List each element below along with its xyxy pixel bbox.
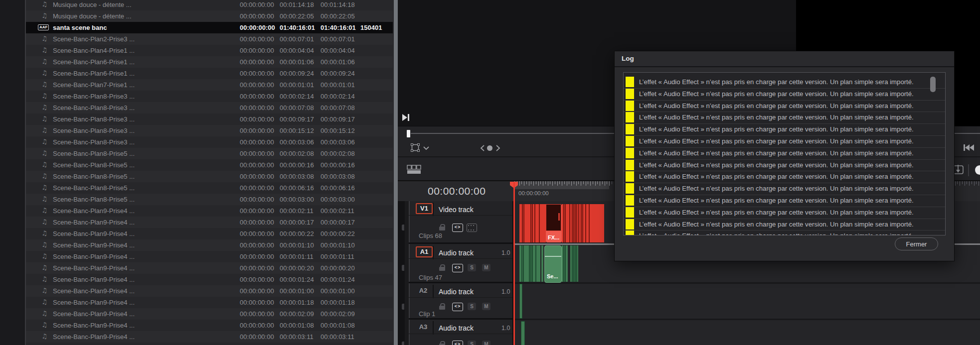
auto-select-icon[interactable]: <>: [452, 303, 463, 311]
clip-label: FX...: [546, 234, 559, 240]
ruler-tick: [559, 181, 560, 184]
media-list-row[interactable]: ♫Scene-Banc-Plan9-Prise4 ...00:00:00:000…: [26, 228, 393, 239]
media-list-row[interactable]: AAFsanta scene banc00:00:00:0001:40:16:0…: [26, 22, 393, 33]
solo-button[interactable]: S: [468, 264, 476, 271]
track-name[interactable]: Audio track: [439, 288, 474, 296]
clip-name: Scene-Banc-Plan9-Prise4 ...: [53, 287, 135, 295]
clip-name: Scene-Banc-Plan9-Prise4 ...: [53, 299, 135, 306]
video-clip[interactable]: [519, 204, 546, 242]
media-list-row[interactable]: ♫Scene-Banc-Plan8-Prise5 ...00:00:00:000…: [26, 171, 393, 182]
media-list-row[interactable]: ♫Scene-Banc-Plan4-Prise1 ...00:00:00:000…: [26, 45, 393, 56]
media-list-row[interactable]: ♫Scene-Banc-Plan7-Prise1 ...00:00:00:000…: [26, 79, 393, 91]
clip-duration: 00:00:06:16: [280, 184, 314, 192]
ruler-tick: [967, 181, 967, 184]
media-list-row[interactable]: ♫Musique douce - détente ...00:00:00:000…: [26, 10, 393, 22]
solo-button[interactable]: S: [468, 303, 476, 310]
media-list-row[interactable]: ♫Scene-Banc-Plan9-Prise4 ...00:00:00:000…: [26, 274, 393, 285]
track-id-a3[interactable]: A3: [416, 323, 431, 332]
log-dialog-title: Log: [622, 55, 634, 62]
media-list-scrollbar[interactable]: [394, 0, 398, 345]
clip-duration: 00:00:01:11: [280, 253, 314, 260]
log-scrollbar-thumb[interactable]: [930, 77, 936, 92]
audio-clip[interactable]: [541, 245, 543, 282]
audio-clip[interactable]: [570, 245, 578, 282]
media-list-row[interactable]: ♫Scene-Banc-Plan8-Prise5 ...00:00:00:000…: [26, 159, 393, 171]
track-id-v1[interactable]: V1: [416, 203, 433, 214]
track-id-a2[interactable]: A2: [416, 286, 431, 295]
record-dot-icon[interactable]: [487, 145, 492, 151]
transport-prev-icon[interactable]: [480, 145, 486, 151]
media-list-row[interactable]: ♫Scene-Banc-Plan9-Prise4 ...00:00:00:000…: [26, 217, 393, 228]
media-list-row[interactable]: ♫Scene-Banc-Plan9-Prise4 ...00:00:00:000…: [26, 205, 393, 217]
skip-back-icon[interactable]: [963, 144, 975, 151]
mute-button[interactable]: M: [482, 303, 490, 310]
media-list-row[interactable]: ♫Scene-Banc-Plan9-Prise4 ...00:00:00:000…: [26, 331, 393, 343]
filmstrip-icon[interactable]: [467, 224, 477, 232]
clip-name: Scene-Banc-Plan8-Prise5 ...: [53, 196, 135, 203]
video-clip[interactable]: [562, 204, 604, 242]
lock-icon[interactable]: [439, 224, 445, 231]
media-list-row[interactable]: ♫Scene-Banc-Plan9-Prise4 ...00:00:00:000…: [26, 239, 393, 251]
music-note-icon: ♫: [39, 104, 50, 111]
media-list-row[interactable]: ♫Scene-Banc-Plan9-Prise4 ...00:00:00:000…: [26, 251, 393, 262]
ruler-tick: [593, 181, 593, 184]
lock-icon[interactable]: [439, 264, 445, 271]
clip-start-timecode: 00:00:00:00: [240, 70, 274, 77]
audio-clip[interactable]: [519, 245, 540, 282]
mute-button[interactable]: M: [482, 264, 490, 271]
marquee-select-tool-icon[interactable]: [411, 143, 420, 152]
clip-end-timecode: 00:00:03:11: [321, 333, 354, 341]
chevron-down-icon[interactable]: [423, 146, 430, 150]
video-clip-fx[interactable]: FX...: [546, 204, 562, 242]
log-message: L’effet « Audio Effect » n’est pas pris …: [639, 102, 914, 110]
audio-clip[interactable]: [562, 245, 568, 282]
media-list-row[interactable]: ♫Scene-Banc-Plan8-Prise3 ...00:00:00:000…: [26, 114, 393, 125]
music-note-icon: ♫: [39, 172, 50, 180]
audio-clip[interactable]: [519, 284, 522, 319]
track-name[interactable]: Video track: [439, 206, 474, 214]
music-note-icon: ♫: [39, 184, 50, 191]
lock-icon[interactable]: [439, 303, 445, 310]
media-list-row[interactable]: ♫Scene-Banc-Plan8-Prise3 ...00:00:00:000…: [26, 102, 393, 114]
log-row: L’effet « Audio Effect » n’est pas pris …: [624, 207, 945, 219]
auto-select-icon[interactable]: <>: [452, 264, 463, 272]
playhead[interactable]: [513, 182, 515, 345]
timeline-zoom-slider-handle[interactable]: [407, 130, 410, 137]
skip-to-end-icon[interactable]: [402, 114, 411, 121]
media-list-row[interactable]: ♫Scene-Banc-Plan8-Prise3 ...00:00:00:000…: [26, 91, 393, 102]
close-button[interactable]: Fermer: [895, 237, 938, 250]
music-note-icon: ♫: [39, 310, 50, 317]
media-list-row[interactable]: ♫Scene-Banc-Plan8-Prise5 ...00:00:00:000…: [26, 148, 393, 159]
transport-next-icon[interactable]: [495, 145, 501, 151]
track-name[interactable]: Audio track: [439, 324, 474, 332]
auto-select-icon[interactable]: <>: [452, 224, 463, 232]
media-list-row[interactable]: ♫Scene-Banc-Plan9-Prise4 ...00:00:00:000…: [26, 297, 393, 308]
media-list-row[interactable]: ♫Scene-Banc-Plan6-Prise1 ...00:00:00:000…: [26, 56, 393, 68]
media-list-row[interactable]: ♫Scene-Banc-Plan8-Prise3 ...00:00:00:000…: [26, 136, 393, 148]
media-list-row[interactable]: ♫Musique douce - détente ...00:00:00:000…: [26, 0, 393, 10]
audio-clip-selected[interactable]: Se...: [544, 245, 562, 283]
volume-automation-line[interactable]: [545, 256, 561, 257]
media-list-row[interactable]: ♫Scene-Banc-Plan8-Prise3 ...00:00:00:000…: [26, 125, 393, 136]
lock-icon[interactable]: [439, 341, 445, 345]
media-list-row[interactable]: ♫Scene-Banc-Plan9-Prise4 ...00:00:00:000…: [26, 262, 393, 274]
track-gain[interactable]: 1.0: [501, 249, 510, 256]
mute-button[interactable]: M: [482, 341, 490, 345]
timeline-view-options-icon[interactable]: [407, 165, 421, 174]
track-gain[interactable]: 1.0: [501, 288, 510, 295]
media-list-row[interactable]: ♫Scene-Banc-Plan9-Prise4 ...00:00:00:000…: [26, 320, 393, 331]
audio-clip[interactable]: [521, 321, 525, 345]
media-list-row[interactable]: ♫Scene-Banc-Plan8-Prise5 ...00:00:00:000…: [26, 194, 393, 205]
media-list-row[interactable]: ♫Scene-Banc-Plan6-Prise1 ...00:00:00:000…: [26, 68, 393, 79]
solo-button[interactable]: S: [468, 341, 476, 345]
auto-select-icon[interactable]: <>: [452, 341, 463, 345]
track-name[interactable]: Audio track: [439, 249, 474, 257]
media-list-row[interactable]: ♫Scene-Banc-Plan8-Prise5 ...00:00:00:000…: [26, 182, 393, 194]
media-list-row[interactable]: ♫Scene-Banc-Plan9-Prise4 ...00:00:00:000…: [26, 285, 393, 297]
media-list-row[interactable]: ♫Scene-Banc-Plan9-Prise4 ...00:00:00:000…: [26, 308, 393, 320]
track-gain[interactable]: 1.0: [501, 325, 510, 332]
media-list-row[interactable]: ♫Scene-Banc-Plan2-Prise3 ...00:00:00:000…: [26, 33, 393, 45]
clip-duration: 00:00:07:08: [280, 104, 314, 112]
log-dialog-titlebar[interactable]: Log: [615, 51, 954, 67]
track-id-a1[interactable]: A1: [416, 246, 433, 257]
